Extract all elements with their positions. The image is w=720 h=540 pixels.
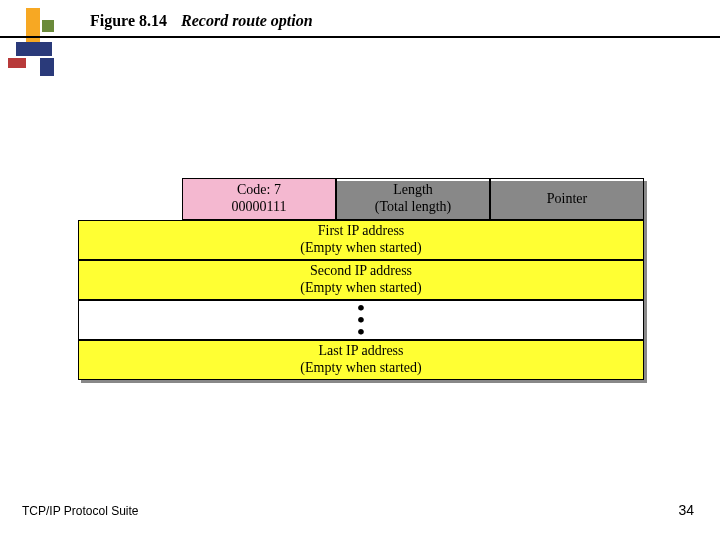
logo [8,8,68,78]
last-ip-label: Last IP address [318,343,403,360]
pointer-cell: Pointer [490,178,644,220]
header-row: Code: 7 00000111 Length (Total length) P… [182,178,644,220]
code-cell: Code: 7 00000111 [182,178,336,220]
vertical-ellipsis-icon: ••• [357,302,365,338]
figure-title: Figure 8.14 Record route option [90,12,313,30]
record-route-diagram: Code: 7 00000111 Length (Total length) P… [78,178,644,380]
pointer-label: Pointer [547,191,587,208]
first-ip-sub: (Empty when started) [300,240,421,257]
length-label: Length [393,182,433,199]
last-ip-sub: (Empty when started) [300,360,421,377]
last-ip-row: Last IP address (Empty when started) [78,340,644,380]
first-ip-row: First IP address (Empty when started) [78,220,644,260]
second-ip-row: Second IP address (Empty when started) [78,260,644,300]
page-number: 34 [678,502,694,518]
second-ip-label: Second IP address [310,263,412,280]
length-cell: Length (Total length) [336,178,490,220]
ellipsis-row: ••• [78,300,644,340]
figure-number: Figure 8.14 [90,12,167,29]
length-sub: (Total length) [375,199,451,216]
footer-text: TCP/IP Protocol Suite [22,504,139,518]
code-value: 00000111 [232,199,287,216]
code-label: Code: 7 [237,182,281,199]
title-underline [0,36,720,38]
figure-caption: Record route option [181,12,313,29]
first-ip-label: First IP address [318,223,405,240]
